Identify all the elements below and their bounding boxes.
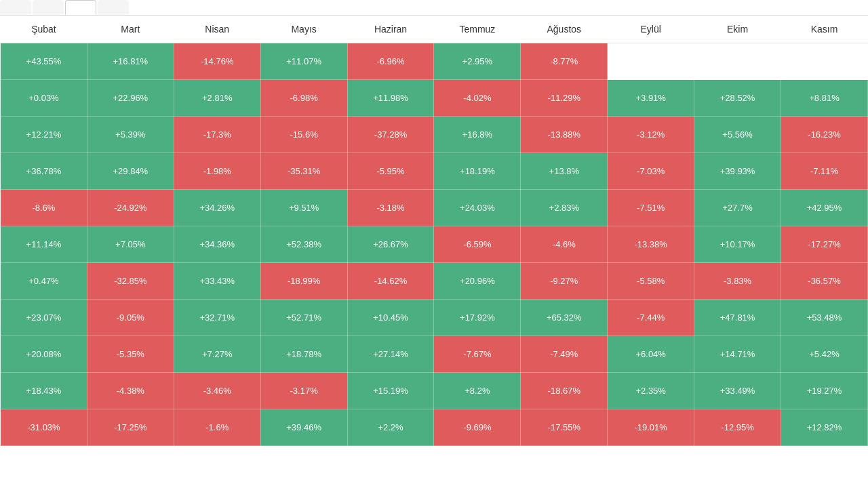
table-cell: -18.99% <box>260 263 347 300</box>
tab-aylik[interactable] <box>65 0 96 15</box>
table-cell: +27.7% <box>694 190 781 226</box>
col-header-ekim: Ekim <box>694 16 781 43</box>
table-cell: +18.43% <box>1 373 87 409</box>
table-cell: +33.49% <box>694 373 781 409</box>
table-cell: +29.84% <box>87 153 174 190</box>
table-cell: -3.12% <box>608 117 694 153</box>
col-header-temmuz: Temmuz <box>434 16 521 43</box>
table-cell: +10.17% <box>694 226 781 263</box>
table-cell: +5.39% <box>87 117 174 153</box>
table-cell: -17.25% <box>87 409 174 446</box>
table-header: ŞubatMartNisanMayısHaziranTemmuzAğustosE… <box>1 16 868 43</box>
table-cell: +52.71% <box>260 300 347 336</box>
table-cell: -15.6% <box>260 117 347 153</box>
table-cell: +65.32% <box>521 300 608 336</box>
table-cell: +32.71% <box>174 300 260 336</box>
table-cell: -31.03% <box>1 409 87 446</box>
table-cell: +14.71% <box>694 336 781 373</box>
table-cell: +13.8% <box>521 153 608 190</box>
table-cell: -6.59% <box>434 226 521 263</box>
table-cell: -32.85% <box>87 263 174 300</box>
col-header-nisan: Nisan <box>174 16 260 43</box>
table-cell <box>781 43 868 80</box>
table-cell: +28.52% <box>694 80 781 117</box>
table-cell: -9.69% <box>434 409 521 446</box>
table-cell: -7.49% <box>521 336 608 373</box>
table-cell: +2.95% <box>434 43 521 80</box>
tab-bar <box>0 0 868 16</box>
table-row: +0.03%+22.96%+2.81%-6.98%+11.98%-4.02%-1… <box>1 80 868 117</box>
table-cell <box>608 43 694 80</box>
col-header-kasım: Kasım <box>781 16 868 43</box>
table-cell: -3.18% <box>347 190 434 226</box>
table-cell: +2.2% <box>347 409 434 446</box>
table-cell: +0.03% <box>1 80 87 117</box>
table-cell: -4.38% <box>87 373 174 409</box>
table-cell: -17.27% <box>781 226 868 263</box>
col-header-ağustos: Ağustos <box>521 16 608 43</box>
table-cell <box>694 43 781 80</box>
col-header-mayıs: Mayıs <box>260 16 347 43</box>
table-cell: +20.08% <box>1 336 87 373</box>
table-cell: -16.23% <box>781 117 868 153</box>
tab-haftalik[interactable] <box>33 0 64 15</box>
col-header-eylül: Eylül <box>608 16 694 43</box>
table-cell: +12.82% <box>781 409 868 446</box>
table-cell: +53.48% <box>781 300 868 336</box>
table-cell: -3.17% <box>260 373 347 409</box>
table-cell: -35.31% <box>260 153 347 190</box>
table-cell: +5.42% <box>781 336 868 373</box>
table-cell: +12.21% <box>1 117 87 153</box>
table-cell: +34.36% <box>174 226 260 263</box>
table-cell: -18.67% <box>521 373 608 409</box>
table-cell: -37.28% <box>347 117 434 153</box>
table-cell: +18.78% <box>260 336 347 373</box>
table-cell: +0.47% <box>1 263 87 300</box>
table-row: +36.78%+29.84%-1.98%-35.31%-5.95%+18.19%… <box>1 153 868 190</box>
table-cell: +43.55% <box>1 43 87 80</box>
table-cell: -3.83% <box>694 263 781 300</box>
table-cell: -3.46% <box>174 373 260 409</box>
table-cell: +47.81% <box>694 300 781 336</box>
table-cell: -36.57% <box>781 263 868 300</box>
tab-uc-aylik[interactable] <box>98 0 129 15</box>
table-cell: +8.2% <box>434 373 521 409</box>
table-cell: +2.35% <box>608 373 694 409</box>
table-row: +11.14%+7.05%+34.36%+52.38%+26.67%-6.59%… <box>1 226 868 263</box>
table-cell: +8.81% <box>781 80 868 117</box>
col-header-haziran: Haziran <box>347 16 434 43</box>
table-cell: +39.93% <box>694 153 781 190</box>
table-cell: +16.81% <box>87 43 174 80</box>
table-cell: +6.04% <box>608 336 694 373</box>
table-row: -8.6%-24.92%+34.26%+9.51%-3.18%+24.03%+2… <box>1 190 868 226</box>
table-cell: -24.92% <box>87 190 174 226</box>
table-cell: -5.95% <box>347 153 434 190</box>
tab-iriler[interactable] <box>0 0 31 15</box>
table-cell: +11.98% <box>347 80 434 117</box>
table-cell: +16.8% <box>434 117 521 153</box>
table-cell: +34.26% <box>174 190 260 226</box>
table-cell: +11.07% <box>260 43 347 80</box>
table-cell: -13.38% <box>608 226 694 263</box>
table-cell: -7.44% <box>608 300 694 336</box>
table-cell: -14.76% <box>174 43 260 80</box>
table-cell: -14.62% <box>347 263 434 300</box>
table-cell: -8.77% <box>521 43 608 80</box>
table-cell: +52.38% <box>260 226 347 263</box>
table-row: +12.21%+5.39%-17.3%-15.6%-37.28%+16.8%-1… <box>1 117 868 153</box>
table-cell: -4.6% <box>521 226 608 263</box>
table-cell: +33.43% <box>174 263 260 300</box>
table-cell: -7.67% <box>434 336 521 373</box>
table-cell: +2.81% <box>174 80 260 117</box>
table-cell: -9.05% <box>87 300 174 336</box>
table-cell: +11.14% <box>1 226 87 263</box>
table-cell: +3.91% <box>608 80 694 117</box>
table-row: +20.08%-5.35%+7.27%+18.78%+27.14%-7.67%-… <box>1 336 868 373</box>
table-cell: -5.35% <box>87 336 174 373</box>
col-header-mart: Mart <box>87 16 174 43</box>
returns-table: ŞubatMartNisanMayısHaziranTemmuzAğustosE… <box>0 16 868 446</box>
table-cell: +20.96% <box>434 263 521 300</box>
table-cell: +7.27% <box>174 336 260 373</box>
table-cell: -1.6% <box>174 409 260 446</box>
table-body: +43.55%+16.81%-14.76%+11.07%-6.96%+2.95%… <box>1 43 868 446</box>
